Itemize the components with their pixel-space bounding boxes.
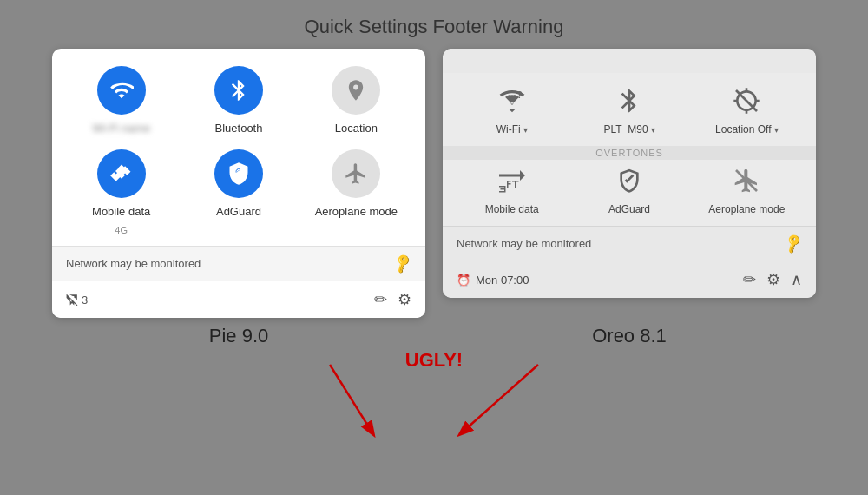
oreo-tile-bluetooth[interactable]: PLT_M90 ▾ <box>574 83 684 135</box>
oreo-header-bar <box>443 49 816 73</box>
oreo-bluetooth-label: PLT_M90 ▾ <box>603 123 654 135</box>
oreo-tile-wifi[interactable]: ? Wi-Fi ▾ <box>457 83 567 135</box>
oreo-panel: ? Wi-Fi ▾ PLT_M90 ▾ <box>443 49 816 298</box>
svg-text:?: ? <box>516 89 523 100</box>
oreo-panel-label: Oreo 8.1 <box>443 325 816 347</box>
pie-tile-wifi[interactable]: Wi-Fi name <box>66 66 176 135</box>
pie-settings-icon[interactable]: ⚙ <box>398 290 411 309</box>
oreo-adguard-icon <box>615 163 643 198</box>
svg-line-4 <box>460 365 538 434</box>
oreo-warning-text: Network may be monitored <box>457 237 591 250</box>
svg-line-3 <box>330 365 373 434</box>
pie-tile-bluetooth[interactable]: Bluetooth <box>183 66 293 135</box>
pie-edit-icon[interactable]: ✏ <box>374 290 387 309</box>
oreo-tile-mobiledata[interactable]: Mobile data <box>457 163 567 215</box>
page-title: Quick Settings Footer Warning <box>0 16 868 38</box>
pie-panel: Wi-Fi name Bluetooth Location <box>52 49 425 318</box>
mobiledata-sublabel: 4G <box>115 225 128 235</box>
airplane-circle <box>332 149 380 198</box>
location-label: Location <box>335 122 378 135</box>
bluetooth-chevron: ▾ <box>651 125 655 135</box>
oreo-edit-icon[interactable]: ✏ <box>743 270 756 289</box>
oreo-airplane-icon <box>733 163 760 198</box>
mobiledata-circle <box>97 149 146 198</box>
pie-panel-label: Pie 9.0 <box>52 325 425 347</box>
wifi-unknown-icon: ? <box>498 83 526 118</box>
panels-row: Wi-Fi name Bluetooth Location <box>0 49 868 318</box>
labels-row: Pie 9.0 Oreo 8.1 <box>0 325 868 347</box>
adguard-circle <box>214 149 263 198</box>
pie-signal-number: 3 <box>82 294 88 307</box>
pie-icons-grid: Wi-Fi name Bluetooth Location <box>52 49 425 246</box>
oreo-divider-label: OVERTONES <box>443 146 816 160</box>
oreo-footer-warning: Network may be monitored 🔑 <box>443 226 816 261</box>
lte-icon <box>496 163 528 198</box>
oreo-tile-adguard[interactable]: AdGuard <box>574 163 684 215</box>
wifi-chevron: ▾ <box>523 125 528 135</box>
pie-footer-warning: Network may be monitored 🔑 <box>52 246 425 280</box>
bluetooth-circle <box>214 66 263 115</box>
location-circle <box>332 66 380 115</box>
oreo-bluetooth-icon <box>615 83 643 118</box>
oreo-wifi-label: Wi-Fi ▾ <box>496 123 528 135</box>
oreo-status-icons: ✏ ⚙ ∧ <box>743 270 802 289</box>
pie-warning-text: Network may be monitored <box>66 257 201 270</box>
oreo-mobiledata-label: Mobile data <box>485 203 539 215</box>
ugly-label: UGLY! <box>405 349 463 372</box>
pie-status-icons: ✏ ⚙ <box>374 290 411 309</box>
mobiledata-label: Mobile data <box>92 205 150 219</box>
alarm-icon: ⏰ <box>457 274 470 287</box>
bluetooth-label: Bluetooth <box>215 122 263 135</box>
airplane-label: Aeroplane mode <box>315 205 398 219</box>
pie-tile-location[interactable]: Location <box>301 66 411 135</box>
oreo-status-bar: ⏰ Mon 07:00 ✏ ⚙ ∧ <box>443 261 816 298</box>
oreo-icons-row2: Mobile data AdGuard <box>443 160 816 226</box>
oreo-expand-icon[interactable]: ∧ <box>791 270 802 289</box>
location-off-icon <box>733 83 760 118</box>
oreo-tile-location-off[interactable]: Location Off ▾ <box>692 83 802 135</box>
oreo-settings-icon[interactable]: ⚙ <box>766 270 780 289</box>
pie-tile-mobiledata[interactable]: Mobile data 4G <box>66 149 176 236</box>
pie-signal: 3 <box>66 294 88 307</box>
wifi-circle <box>97 66 146 115</box>
oreo-clock-text: Mon 07:00 <box>476 274 529 287</box>
oreo-tile-airplane[interactable]: Aeroplane mode <box>692 163 802 215</box>
wifi-label: Wi-Fi name <box>92 122 149 135</box>
pie-status-bar: 3 ✏ ⚙ <box>52 280 425 318</box>
pie-tile-airplane[interactable]: Aeroplane mode <box>301 149 411 236</box>
oreo-adguard-label: AdGuard <box>608 203 650 215</box>
oreo-location-off-label: Location Off ▾ <box>715 123 779 135</box>
oreo-key-icon: 🔑 <box>782 232 806 254</box>
oreo-icons-row1: ? Wi-Fi ▾ PLT_M90 ▾ <box>443 73 816 146</box>
oreo-clock: ⏰ Mon 07:00 <box>457 274 529 287</box>
location-chevron: ▾ <box>774 125 779 135</box>
oreo-airplane-label: Aeroplane mode <box>708 203 785 215</box>
adguard-label: AdGuard <box>216 205 261 219</box>
pie-key-icon: 🔑 <box>391 252 415 274</box>
pie-tile-adguard[interactable]: AdGuard <box>183 149 293 236</box>
